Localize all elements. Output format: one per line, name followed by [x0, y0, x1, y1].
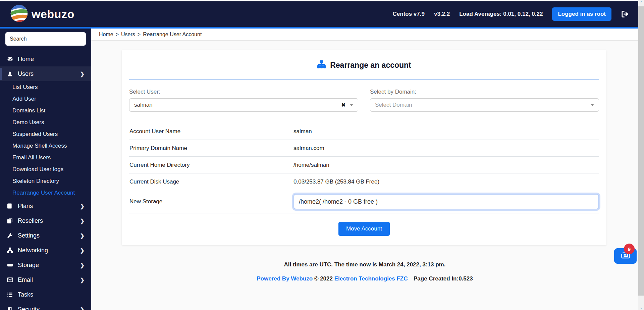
book-icon: [7, 203, 13, 209]
sidebar-item-storage[interactable]: Storage ❯: [0, 258, 91, 272]
utc-time-note: All times are UTC. The time now is March…: [91, 261, 638, 268]
row-value: 0.03/253.87 GB (253.84 GB Free): [293, 178, 599, 185]
news-notification-badge[interactable]: 9: [624, 244, 635, 254]
row-value: /home/salman: [293, 162, 599, 168]
chevron-right-icon: ❯: [80, 262, 85, 268]
chevron-right-icon: ❯: [80, 203, 85, 209]
chevron-right-icon: ❯: [80, 306, 85, 310]
chevron-right-icon: ❯: [80, 71, 85, 77]
credits-line: Powered By Webuzo © 2022 Electron Techno…: [91, 275, 638, 282]
brand-name: webuzo: [32, 8, 74, 21]
sitemap-icon: [317, 60, 326, 70]
select-user-value: salman: [134, 102, 341, 108]
page-title: Rearrange an account: [129, 60, 599, 70]
sidebar: Home Users ❯ List Users Add User Domains…: [0, 29, 91, 310]
row-label: Primary Domain Name: [129, 145, 293, 152]
row-label: Current Home Directory: [129, 162, 293, 168]
select-domain-dropdown[interactable]: Select Domain: [370, 98, 599, 112]
chevron-right-icon: ❯: [80, 232, 85, 239]
chevron-right-icon: ❯: [80, 218, 85, 224]
sidebar-item-label: Plans: [18, 203, 33, 210]
move-account-button[interactable]: Move Account: [338, 222, 390, 236]
hard-drive-icon: [7, 262, 13, 268]
row-value: salman: [293, 128, 599, 135]
scroll-down-arrow-icon[interactable]: ⌄: [638, 304, 644, 310]
sitemap-network-icon: [7, 247, 13, 254]
new-storage-label: New Storage: [129, 198, 293, 205]
select-domain-label: Select by Domain:: [370, 89, 599, 95]
rearrange-account-card: Rearrange an account Select User: salman…: [122, 50, 606, 245]
sidebar-subitem-skeleton-directory[interactable]: Skeleton Directory: [0, 175, 91, 187]
breadcrumb-users[interactable]: Users: [121, 32, 135, 38]
panel-version: v3.2.2: [434, 11, 450, 17]
chevron-down-icon: [591, 104, 594, 106]
page-created-time: Page Created In:0.523: [414, 275, 473, 282]
scroll-up-arrow-icon[interactable]: ⌃: [638, 0, 644, 6]
sidebar-item-label: Networking: [18, 247, 48, 254]
row-label: Current Disk Usage: [129, 178, 293, 185]
sidebar-subitem-manage-shell-access[interactable]: Manage Shell Access: [0, 140, 91, 152]
sidebar-item-label: Resellers: [18, 217, 43, 224]
electron-technologies-link[interactable]: Electron Technologies FZC: [334, 275, 408, 282]
title-divider: [129, 79, 599, 80]
sidebar-subitem-add-user[interactable]: Add User: [0, 93, 91, 105]
footer: All times are UTC. The time now is March…: [91, 261, 638, 282]
powered-by-webuzo-link[interactable]: Powered By Webuzo: [257, 275, 313, 282]
sidebar-item-home[interactable]: Home: [0, 52, 91, 66]
sidebar-item-users[interactable]: Users ❯: [0, 66, 91, 81]
select-user-dropdown[interactable]: salman ✖: [129, 98, 358, 112]
sidebar-item-label: Home: [18, 56, 34, 63]
breadcrumb-home[interactable]: Home: [99, 32, 113, 38]
wrench-icon: [7, 232, 13, 239]
logged-in-as-root-button[interactable]: Logged in as root: [552, 7, 611, 21]
sidebar-item-settings[interactable]: Settings ❯: [0, 228, 91, 243]
sidebar-subitem-download-user-logs[interactable]: Download User logs: [0, 163, 91, 175]
sidebar-subitem-domains-list[interactable]: Domains List: [0, 105, 91, 116]
account-details-table: Account User Name salman Primary Domain …: [129, 123, 599, 213]
new-storage-select[interactable]: /home2( /home2 - 0 GB free ): [293, 194, 599, 209]
clear-selection-icon[interactable]: ✖: [341, 102, 345, 108]
logout-icon[interactable]: [621, 10, 630, 18]
table-row: Current Disk Usage 0.03/253.87 GB (253.8…: [129, 173, 599, 190]
sidebar-item-tasks[interactable]: Tasks: [0, 287, 91, 302]
sidebar-item-label: Security: [18, 306, 40, 310]
sidebar-item-label: Tasks: [18, 291, 33, 298]
scrollbar-thumb[interactable]: [638, 6, 644, 296]
new-storage-value: /home2( /home2 - 0 GB free ): [299, 198, 378, 205]
chevron-right-icon: ❯: [80, 277, 85, 283]
sidebar-subitem-list-users[interactable]: List Users: [0, 81, 91, 93]
vertical-scrollbar[interactable]: ⌃ ⌄: [638, 0, 644, 310]
sidebar-subitem-rearrange-user-account[interactable]: Rearrange User Account: [0, 187, 91, 199]
sidebar-item-security[interactable]: Security ❯: [0, 302, 91, 310]
dashboard-gauge-icon: [7, 56, 13, 62]
webuzo-globe-icon: [10, 4, 28, 24]
breadcrumb-separator: >: [116, 32, 119, 38]
top-bar: webuzo Centos v7.9 v3.2.2 Load Averages:…: [0, 1, 638, 27]
search-input[interactable]: [5, 32, 86, 46]
sidebar-item-label: Storage: [18, 262, 39, 269]
table-row: Current Home Directory /home/salman: [129, 157, 599, 173]
sidebar-subitem-email-all-users[interactable]: Email All Users: [0, 152, 91, 163]
table-row: Primary Domain Name salman.com: [129, 140, 599, 157]
sidebar-subitem-demo-users[interactable]: Demo Users: [0, 116, 91, 128]
os-version: Centos v7.9: [393, 11, 425, 17]
row-value: salman.com: [293, 145, 599, 152]
envelope-icon: [7, 276, 13, 283]
row-label: Account User Name: [129, 128, 293, 135]
table-row: Account User Name salman: [129, 123, 599, 140]
sidebar-item-label: Email: [18, 276, 33, 283]
sidebar-item-resellers[interactable]: Resellers ❯: [0, 213, 91, 228]
layers-copy-icon: [7, 218, 13, 224]
sidebar-item-label: Users: [18, 70, 34, 78]
sidebar-item-email[interactable]: Email ❯: [0, 272, 91, 287]
users-submenu: List Users Add User Domains List Demo Us…: [0, 81, 91, 199]
copyright-text: © 2022: [314, 275, 333, 282]
load-averages: Load Averages: 0.01, 0.12, 0.22: [459, 11, 543, 17]
sidebar-item-plans[interactable]: Plans ❯: [0, 199, 91, 213]
sidebar-item-networking[interactable]: Networking ❯: [0, 243, 91, 258]
webuzo-logo[interactable]: webuzo: [10, 4, 74, 24]
breadcrumb-current-page: Rearrange User Account: [143, 32, 202, 38]
select-user-label: Select User:: [129, 89, 358, 95]
sidebar-subitem-suspended-users[interactable]: Suspended Users: [0, 128, 91, 140]
select-domain-placeholder: Select Domain: [375, 102, 591, 108]
